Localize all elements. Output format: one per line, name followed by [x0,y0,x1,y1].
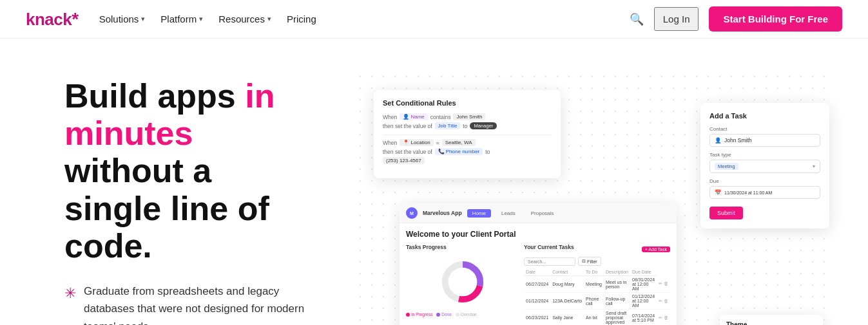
col-duedate: Due Date [630,268,657,276]
calendar-icon: 📅 [715,189,722,196]
rule-row-2: When 📍 Location = Seattle, WA then set t… [383,139,552,164]
filter-icon: ⊟ [582,259,586,264]
tasks-title: Your Current Tasks [524,244,574,250]
task-type-label: Task type [709,152,820,158]
table-row: 06/23/2021Sally JaneAn txtSend draft pro… [524,310,670,326]
col-desc: Description [604,268,630,276]
navbar-left: knack* Solutions ▾ Platform ▾ Resources … [26,9,316,30]
task-due-input[interactable]: 📅 11/30/2024 at 11:00 AM [709,186,820,199]
hero-title: Build apps inminutes without asingle lin… [64,77,329,265]
task-submit-button[interactable]: Submit [709,207,743,219]
legend-overdue: Overdue [456,312,477,317]
task-type-input[interactable]: Meeting ▾ [709,160,820,173]
nav-item-platform[interactable]: Platform ▾ [160,14,203,24]
navbar: knack* Solutions ▾ Platform ▾ Resources … [0,0,868,39]
task-table-body: 06/27/2024Doug MaryMeetingMeet us in per… [524,276,670,326]
task-due-label: Due [709,178,820,184]
portal-topbar: M Marvelous App Home Leads Proposals [400,203,677,223]
task-search-input[interactable] [524,257,575,266]
search-icon[interactable]: 🔍 [630,12,644,26]
logo-text: knack* [26,9,79,30]
person-icon: 👤 [715,137,722,144]
task-search-bar: ⊟ Filter [524,257,670,266]
task-table-header: Date Contact To Do Description Due Date [524,268,670,276]
add-task-card: Add a Task Contact 👤 John Smith Task typ… [700,103,829,228]
portal-app-icon: M [406,207,418,219]
legend-done: Done [436,312,452,317]
portal-tab-home[interactable]: Home [467,209,491,218]
tasks-progress-section: Tasks Progress In Progress Done [406,244,519,325]
progress-title: Tasks Progress [406,244,519,250]
col-todo: To Do [584,268,604,276]
task-due-field: Due 📅 11/30/2024 at 11:00 AM [709,178,820,199]
current-tasks-section: Your Current Tasks + Add Task ⊟ Filter [524,244,670,325]
col-date: Date [524,268,550,276]
rule-line-when-1: When 👤 Name contains John Smith [383,113,552,120]
table-row: 06/27/2024Doug MaryMeetingMeet us in per… [524,276,670,293]
table-row: 01/12/2024123A.DelCartoPhone callFollow-… [524,293,670,310]
nav-item-solutions[interactable]: Solutions ▾ [99,14,146,24]
navbar-right: 🔍 Log In Start Building For Free [630,6,842,32]
nav-pricing-label: Pricing [287,14,316,24]
task-contact-field: Contact 👤 John Smith [709,126,820,147]
chevron-down-icon: ▾ [267,15,271,23]
tasks-header-row: Your Current Tasks + Add Task [524,244,670,254]
col-contact: Contact [550,268,584,276]
nav-solutions-label: Solutions [99,14,139,24]
task-type-field: Task type Meeting ▾ [709,152,820,173]
navbar-nav: Solutions ▾ Platform ▾ Resources ▾ Prici… [99,14,316,24]
legend-inprogress: In Progress [406,312,432,317]
card-rules-title: Set Conditional Rules [383,99,552,107]
portal-tab-leads[interactable]: Leads [496,209,521,218]
bullet-asterisk-icon: ✳ [64,285,76,302]
portal-grid: Tasks Progress In Progress Done [406,244,670,325]
rule-line-then-2: then set the value of 📞 Phone number to [383,148,552,155]
hero-left: Build apps inminutes without asingle lin… [64,71,329,325]
rule-row-1: When 👤 Name contains John Smith then set… [383,113,552,129]
task-table: Date Contact To Do Description Due Date … [524,268,670,325]
logo-asterisk: * [72,9,78,29]
rule-line-then-1: then set the value of Job Title to Manag… [383,122,552,129]
hero-subtitle: Graduate from spreadsheets and legacy da… [84,283,329,325]
hero-bullet: ✳ Graduate from spreadsheets and legacy … [64,283,329,325]
task-contact-label: Contact [709,126,820,132]
hero-right: Set Conditional Rules When 👤 Name contai… [354,71,829,325]
nav-resources-label: Resources [218,14,265,24]
hero-title-part2: without asingle line ofcode. [64,152,269,264]
hero-title-part1: Build apps [64,77,245,115]
card-task-title: Add a Task [709,112,820,120]
conditional-rules-card: Set Conditional Rules When 👤 Name contai… [374,90,561,178]
theme-card: Theme Appearance [720,315,823,325]
portal-welcome-text: Welcome to your Client Portal [406,230,670,239]
cta-button[interactable]: Start Building For Free [709,6,842,32]
nav-item-resources[interactable]: Resources ▾ [218,14,271,24]
nav-platform-label: Platform [160,14,197,24]
portal-tab-proposals[interactable]: Proposals [526,209,559,218]
nav-item-pricing[interactable]: Pricing [287,14,316,24]
portal-tabs: Home Leads Proposals [467,209,559,218]
portal-app-name: Marvelous App [423,210,462,216]
chevron-down-icon: ▾ [813,163,815,169]
client-portal-card: M Marvelous App Home Leads Proposals Wel… [400,203,677,325]
task-filter[interactable]: ⊟ Filter [578,257,601,266]
add-task-btn[interactable]: + Add Task [642,246,670,252]
task-type-chip: Meeting [715,163,738,170]
rule-divider [383,135,552,135]
donut-svg [440,259,485,304]
portal-body: Welcome to your Client Portal Tasks Prog… [400,223,677,325]
task-contact-input[interactable]: 👤 John Smith [709,134,820,147]
chevron-down-icon: ▾ [141,15,145,23]
logo[interactable]: knack* [26,9,79,30]
login-button[interactable]: Log In [654,7,699,31]
rule-line-result-2: (253) 123-4567 [383,157,552,164]
rule-line-when-2: When 📍 Location = Seattle, WA [383,139,552,146]
donut-chart [406,254,519,310]
chevron-down-icon: ▾ [199,15,203,23]
hero-section: Build apps inminutes without asingle lin… [0,39,868,325]
donut-legend: In Progress Done Overdue [406,312,519,317]
theme-card-title: Theme [726,321,816,325]
